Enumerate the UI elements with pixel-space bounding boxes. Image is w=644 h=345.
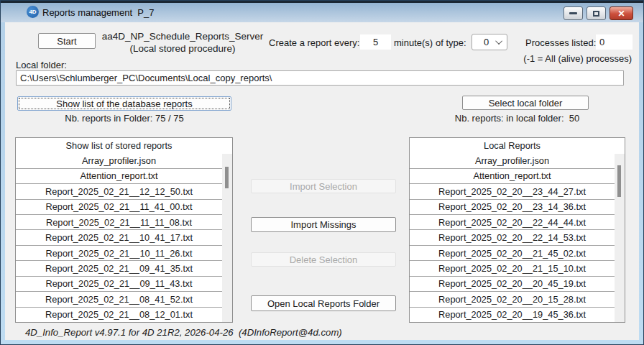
- local-reports-rows: Array_profiler.jsonAttention_report.txtR…: [410, 153, 625, 322]
- stored-reports-listbox: Show list of stored reports Array_profil…: [15, 137, 233, 323]
- list-item[interactable]: Report_2025_02_20__19_45_36.txt: [410, 308, 625, 322]
- import-selection-button: Import Selection: [251, 179, 396, 193]
- procedure-name: aa4D_NP_Schedule_Reports_Server: [90, 30, 275, 42]
- show-database-reports-button[interactable]: Show list of the database reports: [17, 96, 231, 111]
- 4d-app-icon: 4D: [27, 6, 39, 18]
- list-item[interactable]: Array_profiler.json: [410, 153, 625, 168]
- list-item[interactable]: Report_2025_02_21__11_41_00.txt: [16, 200, 232, 215]
- list-item[interactable]: Report_2025_02_20__22_14_53.txt: [410, 230, 625, 245]
- processes-hint: (-1 = All (alive) processes): [451, 53, 632, 64]
- window-title: Reports management P_7: [42, 3, 154, 22]
- list-item[interactable]: Report_2025_02_21__10_11_26.txt: [16, 246, 232, 261]
- type-dropdown[interactable]: 0: [472, 34, 507, 50]
- list-item[interactable]: Report_2025_02_21__10_41_17.txt: [16, 230, 232, 245]
- close-button[interactable]: ✕: [610, 6, 633, 20]
- list-item[interactable]: Report_2025_02_20__20_15_28.txt: [410, 292, 625, 307]
- maximize-icon: [593, 11, 599, 17]
- procedure-info: aa4D_NP_Schedule_Reports_Server (Local s…: [90, 30, 275, 55]
- stored-reports-header[interactable]: Show list of stored reports: [16, 138, 232, 153]
- type-label: of type:: [436, 37, 466, 48]
- window-controls: ✕: [564, 6, 633, 20]
- window-content: Start aa4D_NP_Schedule_Reports_Server (L…: [5, 22, 639, 340]
- list-item[interactable]: Report_2025_02_21__12_12_50.txt: [16, 184, 232, 199]
- scrollbar-thumb[interactable]: [617, 165, 621, 197]
- list-item[interactable]: Report_2025_02_21__08_12_01.txt: [16, 308, 232, 322]
- minimize-icon: [569, 12, 577, 14]
- app-window: 4D Reports management P_7 ✕ Start aa4D_N…: [0, 0, 644, 345]
- create-report-label: Create a report every:: [269, 37, 359, 48]
- list-item[interactable]: Report_2025_02_21__09_11_43.txt: [16, 277, 232, 292]
- scrollbar-thumb[interactable]: [225, 167, 229, 188]
- list-item[interactable]: Report_2025_02_20__22_44_44.txt: [410, 215, 625, 230]
- stored-reports-rows: Array_profiler.jsonAttention_report.txtR…: [16, 153, 232, 322]
- procedure-kind: (Local stored procedure): [90, 42, 275, 55]
- open-local-reports-folder-button[interactable]: Open Local Reports Folder: [251, 295, 396, 311]
- database-count-label: Nb. reports in Folder: 75 / 75: [17, 113, 231, 124]
- type-dropdown-value: 0: [475, 37, 497, 47]
- select-local-folder-button[interactable]: Select local folder: [462, 96, 589, 110]
- list-item[interactable]: Array_profiler.json: [16, 153, 232, 168]
- local-folder-label: Local folder:: [16, 60, 67, 70]
- list-item[interactable]: Report_2025_02_20__20_45_19.txt: [410, 277, 625, 292]
- list-item[interactable]: Report_2025_02_20__21_45_02.txt: [410, 246, 625, 261]
- list-item[interactable]: Report_2025_02_21__09_41_35.txt: [16, 261, 232, 276]
- delete-selection-button: Delete Selection: [251, 252, 396, 267]
- list-item[interactable]: Report_2025_02_20__21_15_10.txt: [410, 261, 625, 276]
- processes-input[interactable]: [596, 34, 632, 50]
- list-item[interactable]: Attention_report.txt: [16, 169, 232, 184]
- local-reports-scrollbar[interactable]: [615, 154, 625, 322]
- local-count-label: Nb. reports: in local folder: 50: [409, 113, 625, 124]
- local-folder-path-input[interactable]: [16, 70, 624, 86]
- list-item[interactable]: Report_2025_02_21__08_41_52.txt: [16, 292, 232, 307]
- stored-reports-scrollbar[interactable]: [222, 154, 232, 322]
- local-reports-listbox: Local Reports Array_profiler.jsonAttenti…: [409, 137, 625, 323]
- minimize-button[interactable]: [564, 6, 583, 20]
- interval-input[interactable]: [360, 34, 391, 50]
- list-item[interactable]: Attention_report.txt: [410, 169, 625, 184]
- list-item[interactable]: Report_2025_02_20__23_44_27.txt: [410, 184, 625, 199]
- processes-label: Processes listed:: [525, 37, 596, 48]
- maximize-button[interactable]: [586, 6, 606, 20]
- title-bar[interactable]: 4D Reports management P_7 ✕: [1, 1, 643, 22]
- import-missings-button[interactable]: Import Missings: [251, 217, 396, 232]
- start-button[interactable]: Start: [38, 33, 96, 49]
- list-item[interactable]: Report_2025_02_20__23_14_36.txt: [410, 200, 625, 215]
- local-reports-header[interactable]: Local Reports: [410, 138, 625, 153]
- interval-unit-label: minute(s): [394, 37, 433, 48]
- status-bar-text: 4D_Info_Report v4.97.1 for 4D 21R2, 2026…: [25, 327, 342, 338]
- close-icon: ✕: [617, 9, 625, 18]
- list-item[interactable]: Report_2025_02_21__11_11_08.txt: [16, 215, 232, 230]
